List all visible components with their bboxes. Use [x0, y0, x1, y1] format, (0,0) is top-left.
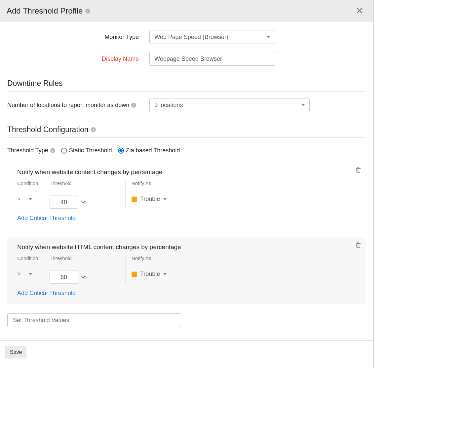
radio-static-label: Static Threshold: [69, 147, 112, 154]
condition-select[interactable]: >: [17, 196, 32, 203]
info-icon[interactable]: i: [131, 103, 136, 108]
radio-zia-label: Zia based Threshold: [126, 147, 180, 154]
info-icon[interactable]: i: [50, 148, 55, 153]
downtime-rules-title: Downtime Rules: [7, 79, 366, 92]
chevron-down-icon: [267, 36, 270, 38]
set-threshold-values-text: Set Threshold Values: [13, 317, 69, 324]
trash-icon[interactable]: [356, 167, 361, 175]
radio-static-threshold[interactable]: Static Threshold: [61, 147, 112, 154]
threshold-rule: Notify when website HTML content changes…: [7, 238, 366, 304]
col-condition-header: Condition: [17, 180, 50, 188]
chevron-down-icon: [301, 104, 305, 106]
monitor-type-select[interactable]: Web Page Speed (Browser): [149, 30, 275, 44]
col-notify-header: Notify As: [132, 255, 160, 263]
threshold-config-title-text: Threshold Configuration: [7, 125, 88, 134]
notify-as-select[interactable]: Trouble: [132, 271, 167, 278]
threshold-type-label: Threshold Type i: [7, 147, 55, 154]
condition-select[interactable]: >: [17, 271, 32, 278]
status-color-chip: [132, 197, 137, 202]
info-icon[interactable]: i: [91, 127, 96, 132]
notify-as-value: Trouble: [140, 196, 160, 203]
rule-title: Notify when website content changes by p…: [17, 168, 359, 176]
rule-title: Notify when website HTML content changes…: [17, 243, 359, 251]
threshold-unit: %: [81, 199, 87, 206]
svg-rect-0: [357, 168, 360, 172]
monitor-type-label: Monitor Type: [7, 34, 149, 41]
notify-as-value: Trouble: [140, 271, 160, 278]
threshold-value-input[interactable]: [50, 271, 78, 284]
col-threshold-header: Threshold: [50, 255, 121, 263]
locations-label: Number of locations to report monitor as…: [7, 102, 136, 109]
radio-icon: [118, 148, 124, 154]
notify-as-select[interactable]: Trouble: [132, 196, 167, 203]
chevron-down-icon: [163, 198, 167, 200]
locations-select[interactable]: 3 locations: [149, 98, 310, 112]
close-icon[interactable]: ✕: [353, 6, 366, 16]
svg-rect-1: [357, 243, 360, 247]
threshold-value-input[interactable]: [50, 196, 78, 209]
page-title: Add Threshold Profile i: [7, 6, 90, 16]
threshold-config-title: Threshold Configuration i: [7, 125, 366, 138]
display-name-input-wrap: [149, 52, 275, 66]
downtime-rules-title-text: Downtime Rules: [7, 79, 62, 88]
condition-value: >: [17, 271, 21, 278]
col-threshold-header: Threshold: [50, 180, 121, 188]
col-condition-header: Condition: [17, 255, 50, 263]
condition-value: >: [17, 196, 21, 203]
display-name-label: Display Name: [7, 56, 149, 62]
set-threshold-values-select[interactable]: Set Threshold Values: [7, 313, 181, 327]
trash-icon[interactable]: [356, 242, 361, 250]
chevron-down-icon: [29, 273, 32, 275]
display-name-input[interactable]: [154, 56, 270, 62]
col-notify-header: Notify As: [132, 180, 160, 188]
dialog-header: Add Threshold Profile i ✕: [0, 0, 373, 22]
radio-icon: [61, 148, 67, 154]
monitor-type-value: Web Page Speed (Browser): [154, 34, 228, 41]
add-critical-threshold-link[interactable]: Add Critical Threshold: [17, 215, 359, 222]
save-button[interactable]: Save: [5, 346, 26, 358]
threshold-unit: %: [81, 274, 87, 281]
page-title-text: Add Threshold Profile: [7, 6, 83, 16]
radio-zia-threshold[interactable]: Zia based Threshold: [118, 147, 180, 154]
threshold-type-label-text: Threshold Type: [7, 147, 48, 154]
status-color-chip: [132, 272, 137, 277]
info-icon[interactable]: i: [85, 9, 90, 14]
threshold-rule: Notify when website content changes by p…: [7, 163, 366, 229]
chevron-down-icon: [163, 273, 167, 275]
locations-value: 3 locations: [154, 102, 183, 109]
locations-label-text: Number of locations to report monitor as…: [7, 102, 129, 109]
chevron-down-icon: [29, 198, 32, 200]
add-critical-threshold-link[interactable]: Add Critical Threshold: [17, 290, 359, 297]
